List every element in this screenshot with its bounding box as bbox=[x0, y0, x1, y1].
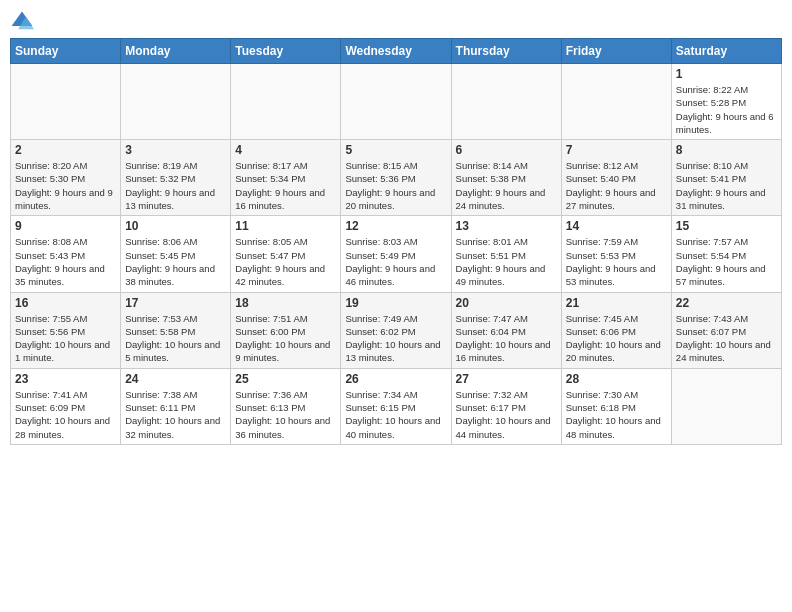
day-info: Sunrise: 8:19 AM Sunset: 5:32 PM Dayligh… bbox=[125, 159, 226, 212]
calendar-table: SundayMondayTuesdayWednesdayThursdayFrid… bbox=[10, 38, 782, 445]
day-cell: 1Sunrise: 8:22 AM Sunset: 5:28 PM Daylig… bbox=[671, 64, 781, 140]
day-cell: 15Sunrise: 7:57 AM Sunset: 5:54 PM Dayli… bbox=[671, 216, 781, 292]
day-info: Sunrise: 7:43 AM Sunset: 6:07 PM Dayligh… bbox=[676, 312, 777, 365]
day-number: 15 bbox=[676, 219, 777, 233]
day-number: 13 bbox=[456, 219, 557, 233]
day-number: 17 bbox=[125, 296, 226, 310]
day-number: 22 bbox=[676, 296, 777, 310]
day-info: Sunrise: 8:01 AM Sunset: 5:51 PM Dayligh… bbox=[456, 235, 557, 288]
column-header-sunday: Sunday bbox=[11, 39, 121, 64]
day-info: Sunrise: 7:51 AM Sunset: 6:00 PM Dayligh… bbox=[235, 312, 336, 365]
day-info: Sunrise: 7:59 AM Sunset: 5:53 PM Dayligh… bbox=[566, 235, 667, 288]
day-info: Sunrise: 7:53 AM Sunset: 5:58 PM Dayligh… bbox=[125, 312, 226, 365]
day-cell: 6Sunrise: 8:14 AM Sunset: 5:38 PM Daylig… bbox=[451, 140, 561, 216]
day-info: Sunrise: 7:47 AM Sunset: 6:04 PM Dayligh… bbox=[456, 312, 557, 365]
day-cell: 20Sunrise: 7:47 AM Sunset: 6:04 PM Dayli… bbox=[451, 292, 561, 368]
day-info: Sunrise: 8:03 AM Sunset: 5:49 PM Dayligh… bbox=[345, 235, 446, 288]
day-cell: 23Sunrise: 7:41 AM Sunset: 6:09 PM Dayli… bbox=[11, 368, 121, 444]
week-row-2: 2Sunrise: 8:20 AM Sunset: 5:30 PM Daylig… bbox=[11, 140, 782, 216]
day-info: Sunrise: 8:14 AM Sunset: 5:38 PM Dayligh… bbox=[456, 159, 557, 212]
day-number: 16 bbox=[15, 296, 116, 310]
day-info: Sunrise: 7:45 AM Sunset: 6:06 PM Dayligh… bbox=[566, 312, 667, 365]
day-number: 3 bbox=[125, 143, 226, 157]
day-cell: 21Sunrise: 7:45 AM Sunset: 6:06 PM Dayli… bbox=[561, 292, 671, 368]
day-info: Sunrise: 7:38 AM Sunset: 6:11 PM Dayligh… bbox=[125, 388, 226, 441]
day-number: 26 bbox=[345, 372, 446, 386]
day-cell: 18Sunrise: 7:51 AM Sunset: 6:00 PM Dayli… bbox=[231, 292, 341, 368]
day-cell bbox=[561, 64, 671, 140]
day-info: Sunrise: 8:06 AM Sunset: 5:45 PM Dayligh… bbox=[125, 235, 226, 288]
day-cell: 12Sunrise: 8:03 AM Sunset: 5:49 PM Dayli… bbox=[341, 216, 451, 292]
day-number: 25 bbox=[235, 372, 336, 386]
calendar-header-row: SundayMondayTuesdayWednesdayThursdayFrid… bbox=[11, 39, 782, 64]
week-row-3: 9Sunrise: 8:08 AM Sunset: 5:43 PM Daylig… bbox=[11, 216, 782, 292]
day-cell: 9Sunrise: 8:08 AM Sunset: 5:43 PM Daylig… bbox=[11, 216, 121, 292]
day-cell bbox=[231, 64, 341, 140]
day-number: 10 bbox=[125, 219, 226, 233]
column-header-wednesday: Wednesday bbox=[341, 39, 451, 64]
day-info: Sunrise: 8:22 AM Sunset: 5:28 PM Dayligh… bbox=[676, 83, 777, 136]
day-number: 9 bbox=[15, 219, 116, 233]
day-number: 2 bbox=[15, 143, 116, 157]
column-header-friday: Friday bbox=[561, 39, 671, 64]
day-number: 28 bbox=[566, 372, 667, 386]
day-number: 7 bbox=[566, 143, 667, 157]
day-cell: 28Sunrise: 7:30 AM Sunset: 6:18 PM Dayli… bbox=[561, 368, 671, 444]
day-cell bbox=[121, 64, 231, 140]
day-info: Sunrise: 8:08 AM Sunset: 5:43 PM Dayligh… bbox=[15, 235, 116, 288]
column-header-thursday: Thursday bbox=[451, 39, 561, 64]
day-number: 11 bbox=[235, 219, 336, 233]
day-info: Sunrise: 8:05 AM Sunset: 5:47 PM Dayligh… bbox=[235, 235, 336, 288]
day-number: 24 bbox=[125, 372, 226, 386]
week-row-4: 16Sunrise: 7:55 AM Sunset: 5:56 PM Dayli… bbox=[11, 292, 782, 368]
day-cell: 4Sunrise: 8:17 AM Sunset: 5:34 PM Daylig… bbox=[231, 140, 341, 216]
day-number: 21 bbox=[566, 296, 667, 310]
day-cell: 22Sunrise: 7:43 AM Sunset: 6:07 PM Dayli… bbox=[671, 292, 781, 368]
day-cell bbox=[341, 64, 451, 140]
week-row-5: 23Sunrise: 7:41 AM Sunset: 6:09 PM Dayli… bbox=[11, 368, 782, 444]
day-info: Sunrise: 8:17 AM Sunset: 5:34 PM Dayligh… bbox=[235, 159, 336, 212]
day-cell bbox=[671, 368, 781, 444]
day-cell: 26Sunrise: 7:34 AM Sunset: 6:15 PM Dayli… bbox=[341, 368, 451, 444]
day-cell: 14Sunrise: 7:59 AM Sunset: 5:53 PM Dayli… bbox=[561, 216, 671, 292]
day-cell: 19Sunrise: 7:49 AM Sunset: 6:02 PM Dayli… bbox=[341, 292, 451, 368]
day-cell: 5Sunrise: 8:15 AM Sunset: 5:36 PM Daylig… bbox=[341, 140, 451, 216]
day-cell: 16Sunrise: 7:55 AM Sunset: 5:56 PM Dayli… bbox=[11, 292, 121, 368]
day-number: 12 bbox=[345, 219, 446, 233]
day-info: Sunrise: 7:30 AM Sunset: 6:18 PM Dayligh… bbox=[566, 388, 667, 441]
day-number: 20 bbox=[456, 296, 557, 310]
day-info: Sunrise: 7:41 AM Sunset: 6:09 PM Dayligh… bbox=[15, 388, 116, 441]
day-number: 18 bbox=[235, 296, 336, 310]
column-header-saturday: Saturday bbox=[671, 39, 781, 64]
day-cell: 25Sunrise: 7:36 AM Sunset: 6:13 PM Dayli… bbox=[231, 368, 341, 444]
day-info: Sunrise: 7:32 AM Sunset: 6:17 PM Dayligh… bbox=[456, 388, 557, 441]
day-cell bbox=[11, 64, 121, 140]
column-header-monday: Monday bbox=[121, 39, 231, 64]
day-cell: 11Sunrise: 8:05 AM Sunset: 5:47 PM Dayli… bbox=[231, 216, 341, 292]
day-number: 5 bbox=[345, 143, 446, 157]
day-number: 8 bbox=[676, 143, 777, 157]
day-number: 1 bbox=[676, 67, 777, 81]
day-info: Sunrise: 8:10 AM Sunset: 5:41 PM Dayligh… bbox=[676, 159, 777, 212]
day-cell: 13Sunrise: 8:01 AM Sunset: 5:51 PM Dayli… bbox=[451, 216, 561, 292]
logo bbox=[10, 10, 38, 34]
column-header-tuesday: Tuesday bbox=[231, 39, 341, 64]
day-info: Sunrise: 8:15 AM Sunset: 5:36 PM Dayligh… bbox=[345, 159, 446, 212]
day-number: 14 bbox=[566, 219, 667, 233]
day-info: Sunrise: 7:36 AM Sunset: 6:13 PM Dayligh… bbox=[235, 388, 336, 441]
day-info: Sunrise: 7:49 AM Sunset: 6:02 PM Dayligh… bbox=[345, 312, 446, 365]
day-number: 23 bbox=[15, 372, 116, 386]
day-cell: 17Sunrise: 7:53 AM Sunset: 5:58 PM Dayli… bbox=[121, 292, 231, 368]
day-info: Sunrise: 8:20 AM Sunset: 5:30 PM Dayligh… bbox=[15, 159, 116, 212]
day-number: 27 bbox=[456, 372, 557, 386]
page-header bbox=[10, 10, 782, 34]
day-info: Sunrise: 7:57 AM Sunset: 5:54 PM Dayligh… bbox=[676, 235, 777, 288]
day-cell: 24Sunrise: 7:38 AM Sunset: 6:11 PM Dayli… bbox=[121, 368, 231, 444]
day-cell: 8Sunrise: 8:10 AM Sunset: 5:41 PM Daylig… bbox=[671, 140, 781, 216]
week-row-1: 1Sunrise: 8:22 AM Sunset: 5:28 PM Daylig… bbox=[11, 64, 782, 140]
day-cell: 7Sunrise: 8:12 AM Sunset: 5:40 PM Daylig… bbox=[561, 140, 671, 216]
day-cell: 3Sunrise: 8:19 AM Sunset: 5:32 PM Daylig… bbox=[121, 140, 231, 216]
day-cell bbox=[451, 64, 561, 140]
day-info: Sunrise: 7:55 AM Sunset: 5:56 PM Dayligh… bbox=[15, 312, 116, 365]
day-number: 19 bbox=[345, 296, 446, 310]
